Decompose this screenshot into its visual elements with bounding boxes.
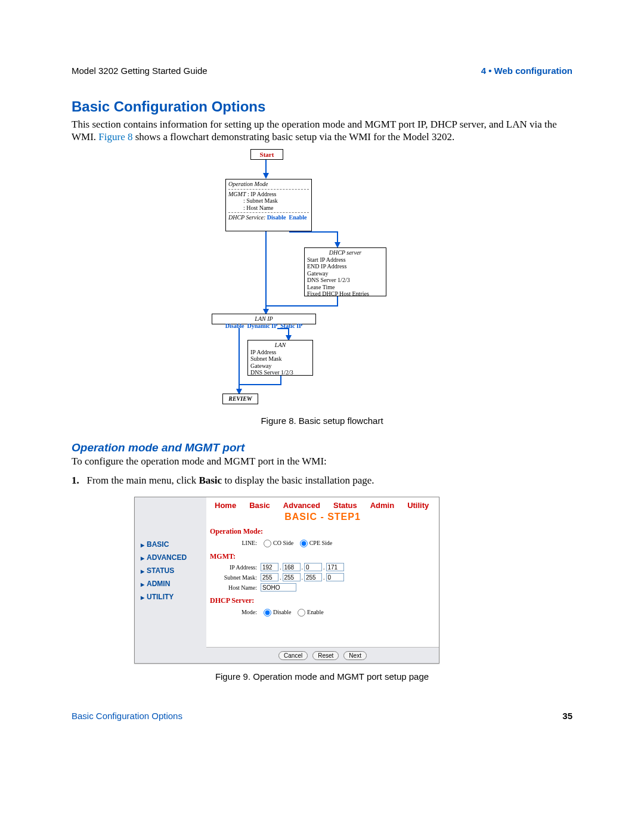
dhcp-disable-label: Disable — [273, 609, 292, 615]
wmi-page-title: BASIC - STEP1 — [206, 512, 439, 522]
dhcp-disable-radio[interactable] — [264, 609, 271, 617]
flowchart-dhcp-l5: Lease Time — [307, 284, 383, 291]
flowchart-lan2-l1: IP Address — [250, 349, 310, 356]
flowchart-dhcp-l2: END IP Address — [307, 263, 383, 270]
flowchart-dhcp-l1: Start IP Address — [307, 256, 383, 264]
sidebar-item-status[interactable]: ▶STATUS — [135, 564, 206, 577]
flowchart-connector — [289, 231, 337, 233]
caret-right-icon: ▶ — [141, 595, 144, 600]
intro-text-b: shows a flowchart demonstrating basic se… — [132, 131, 454, 143]
subnet-octet-1-input[interactable] — [261, 573, 278, 581]
basic-setup-flowchart: Start Operation Mode MGMT : IP Address :… — [212, 149, 432, 411]
host-name-input[interactable] — [261, 583, 296, 592]
co-side-label: CO Side — [273, 540, 293, 546]
mgmt-heading: MGMT: — [206, 552, 439, 561]
flowchart-lan2-l4: DNS Server 1/2/3 — [250, 369, 310, 376]
dhcp-enable-radio[interactable] — [298, 609, 305, 617]
sidebar-item-label: BASIC — [147, 540, 169, 549]
tab-home[interactable]: Home — [215, 501, 236, 510]
section-heading: Basic Configuration Options — [72, 98, 265, 115]
wmi-screenshot: ▶BASIC ▶ADVANCED ▶STATUS ▶ADMIN ▶UTILITY… — [134, 497, 439, 664]
flowchart-op-subnet: Subnet Mask — [246, 197, 278, 204]
figure-8-caption: Figure 8. Basic setup flowchart — [0, 416, 644, 426]
flowchart-dhcp-l6: Fixed DHCP Host Entries — [307, 290, 383, 298]
figure-9-caption: Figure 9. Operation mode and MGMT port s… — [0, 671, 644, 682]
caret-right-icon: ▶ — [141, 543, 144, 548]
flowchart-dhcp-title: DHCP server — [307, 249, 383, 256]
subsection-heading: Operation mode and MGMT port — [72, 441, 244, 454]
flowchart-op-title: Operation Mode — [228, 181, 309, 188]
cancel-button[interactable]: Cancel — [278, 651, 308, 660]
sidebar-item-label: UTILITY — [147, 593, 174, 601]
flowchart-connector — [280, 376, 281, 384]
flowchart-operation-mode-box: Operation Mode MGMT : IP Address : Subne… — [225, 179, 312, 231]
ip-address-label: IP Address: — [212, 564, 261, 571]
mode-label: Mode: — [212, 609, 261, 615]
wmi-button-bar: Cancel Reset Next — [206, 647, 439, 663]
sidebar-item-advanced[interactable]: ▶ADVANCED — [135, 551, 206, 564]
ip-octet-4-input[interactable] — [326, 563, 344, 571]
wmi-tabs: Home Basic Advanced Status Admin Utility — [206, 497, 439, 510]
cpe-side-label: CPE Side — [309, 540, 333, 546]
host-name-label: Host Name: — [212, 584, 261, 591]
next-button[interactable]: Next — [343, 651, 367, 660]
intro-paragraph: This section contains information for se… — [72, 118, 572, 144]
tab-utility[interactable]: Utility — [407, 501, 429, 510]
flowchart-review-box: REVIEW — [222, 394, 258, 404]
flowchart-disable-option: Disable — [267, 214, 286, 221]
flowchart-lan2-l2: Subnet Mask — [250, 355, 310, 363]
ip-octet-2-input[interactable] — [283, 563, 301, 571]
flowchart-dhcp-l3: Gateway — [307, 270, 383, 277]
step-1-number: 1. — [72, 475, 79, 486]
tab-advanced[interactable]: Advanced — [283, 501, 320, 510]
flowchart-connector — [239, 384, 281, 385]
sidebar-item-basic[interactable]: ▶BASIC — [135, 538, 206, 551]
page-number: 35 — [562, 711, 572, 721]
flowchart-dhcp-l4: DNS Server 1/2/3 — [307, 277, 383, 284]
flowchart-mgmt-label: MGMT — [228, 191, 246, 197]
sidebar-item-utility[interactable]: ▶UTILITY — [135, 590, 206, 603]
flowchart-connector — [265, 231, 267, 314]
cpe-side-radio[interactable] — [300, 540, 308, 547]
sidebar-item-label: ADMIN — [147, 580, 170, 588]
flowchart-dhcp-server-box: DHCP server Start IP Address END IP Addr… — [304, 247, 386, 296]
subnet-octet-2-input[interactable] — [283, 573, 301, 581]
flowchart-connector — [265, 160, 267, 173]
flowchart-connector — [265, 305, 338, 306]
ip-octet-1-input[interactable] — [261, 563, 278, 571]
subsection-intro: To configure the operation mode and MGMT… — [72, 456, 572, 467]
wmi-main-panel: Home Basic Advanced Status Admin Utility… — [206, 497, 439, 663]
flowchart-lan2-l3: Gateway — [250, 363, 310, 370]
step-1-bold: Basic — [199, 475, 222, 486]
flowchart-connector — [337, 296, 338, 305]
sidebar-item-label: ADVANCED — [147, 553, 187, 562]
flowchart-dhcp-service-label: DHCP Service: — [228, 214, 265, 221]
operation-mode-heading: Operation Mode: — [206, 527, 439, 536]
flowchart-lan-detail-box: LAN IP Address Subnet Mask Gateway DNS S… — [247, 340, 313, 376]
caret-right-icon: ▶ — [141, 556, 144, 561]
caret-right-icon: ▶ — [141, 569, 144, 574]
document-page: Model 3202 Getting Started Guide 4 • Web… — [0, 0, 644, 833]
co-side-radio[interactable] — [264, 540, 271, 547]
sidebar-item-admin[interactable]: ▶ADMIN — [135, 577, 206, 590]
flowchart-lan-dynip: Dynamic IP — [247, 323, 277, 329]
footer-section-title: Basic Configuration Options — [72, 711, 182, 721]
tab-status[interactable]: Status — [333, 501, 357, 510]
reset-button[interactable]: Reset — [312, 651, 339, 660]
flowchart-lan-title: LAN IP — [255, 315, 273, 322]
flowchart-lan2-title: LAN — [250, 342, 310, 349]
subnet-mask-label: Subnet Mask: — [212, 574, 261, 581]
figure-8-link[interactable]: Figure 8 — [98, 131, 132, 143]
flowchart-connector — [337, 231, 338, 243]
sidebar-item-label: STATUS — [147, 566, 174, 575]
line-label: LINE: — [212, 540, 261, 546]
tab-basic[interactable]: Basic — [249, 501, 270, 510]
step-1: 1. From the main menu, click Basic to di… — [72, 475, 572, 487]
flowchart-lan-ip-box: LAN IP Disable Dynamic IP Static IP — [212, 314, 316, 324]
caret-right-icon: ▶ — [141, 582, 144, 587]
tab-admin[interactable]: Admin — [370, 501, 394, 510]
subnet-octet-3-input[interactable] — [304, 573, 322, 581]
ip-octet-3-input[interactable] — [304, 563, 322, 571]
subnet-octet-4-input[interactable] — [326, 573, 344, 581]
flowchart-op-ip: IP Address — [250, 191, 276, 197]
